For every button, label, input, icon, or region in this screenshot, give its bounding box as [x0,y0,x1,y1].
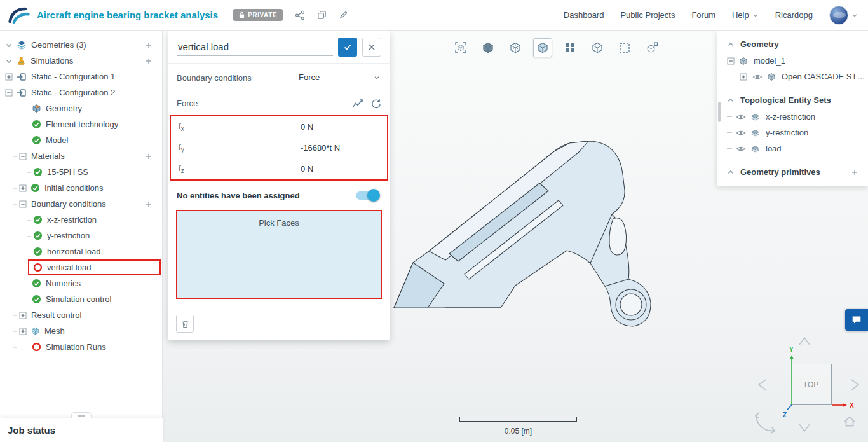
assignment-toggle[interactable] [356,191,377,200]
add-button[interactable] [143,151,154,162]
duplicate-button[interactable] [313,7,330,24]
tree-item-simulations[interactable]: Simulations [0,53,162,69]
app-logo[interactable]: Aircraft engine bearing bracket analysis [0,6,218,24]
pick-faces-dropzone[interactable]: Pick Faces [176,210,382,299]
tree-item-numerics[interactable]: Numerics [0,275,162,291]
eye-icon[interactable] [752,72,763,82]
eye-icon[interactable] [736,128,746,138]
tree-item-static-configuration-2[interactable]: Static - Configuration 2 [0,85,162,100]
force-value-input[interactable]: 0 N [301,164,313,174]
expander-plus-icon[interactable] [19,312,27,319]
close-button[interactable] [362,38,381,57]
chevron-up-icon[interactable] [727,97,735,104]
view-cube[interactable]: TOP [790,364,832,405]
tree-item-mesh[interactable]: Mesh [0,323,162,339]
rotate-down-button[interactable] [796,420,813,434]
eye-icon[interactable] [736,144,746,154]
boundary-condition-type-select[interactable]: Force [297,70,381,85]
shaded-view-button[interactable] [478,38,498,57]
perspective-view-button[interactable] [588,38,607,57]
rotate-right-button[interactable] [848,376,862,393]
section-header-geometry-primitives[interactable]: Geometry primitives [717,163,868,181]
tree-item-simulation-runs[interactable]: Simulation Runs [0,339,162,355]
nav-forum[interactable]: Forum [691,10,715,20]
job-status-tab-handle[interactable] [71,412,92,418]
chevron-down-icon[interactable] [5,41,13,49]
tree-item-model-1[interactable]: model_1 [717,53,868,69]
confirm-button[interactable] [338,38,357,57]
tree-item-15-5ph-ss[interactable]: 15-5PH SS [0,164,162,180]
expander-plus-icon[interactable] [740,73,747,81]
eye-icon[interactable] [736,112,746,122]
tree-item-load[interactable]: load [717,141,868,156]
model-bracket[interactable] [388,129,668,339]
tree-item-x-z-restriction[interactable]: x-z-restriction [717,109,868,125]
add-button[interactable] [143,39,154,51]
nav-public-projects[interactable]: Public Projects [620,10,675,20]
tree-item-label: vertical load [47,263,91,272]
tree-item-geometry[interactable]: Geometry [0,100,162,116]
tree-item-horizontal-load[interactable]: horizontal load [0,244,162,259]
nav-dashboard[interactable]: Dashboard [564,10,604,20]
tree-item-boundary-conditions[interactable]: Boundary conditions [0,196,162,212]
plot-formula-button[interactable] [352,99,363,108]
explode-view-button[interactable] [642,38,661,57]
reset-button[interactable] [371,99,381,109]
tree-item-simulation-control[interactable]: Simulation control [0,291,162,307]
section-header-geometry[interactable]: Geometry [717,36,868,53]
tree-item-materials[interactable]: Materials [0,148,162,164]
check-icon [343,43,352,52]
job-status-bar[interactable]: Job status [0,418,163,442]
expander-plus-icon[interactable] [5,73,13,81]
expander-minus-icon[interactable] [19,200,27,208]
add-button[interactable] [143,55,154,67]
rotate-left-button[interactable] [756,376,770,393]
tree-item-label: x-z-restriction [47,215,97,224]
tree-item-x-z-restriction[interactable]: x-z-restriction [0,212,162,228]
tree-item-geometries-3[interactable]: Geometries (3) [0,37,162,53]
tree-item-static-configuration-1[interactable]: Static - Configuration 1 [0,69,162,85]
force-value-input[interactable]: 0 N [301,122,313,132]
nav-help[interactable]: Help [732,10,759,20]
tree-item-y-restriction[interactable]: y-restriction [717,125,868,141]
expander-plus-icon[interactable] [19,184,27,192]
split-view-button[interactable] [560,38,580,57]
chevron-down-icon[interactable] [5,57,13,65]
tree-guide [13,244,13,259]
tree-item-model[interactable]: Model [0,132,162,148]
user-menu[interactable] [829,6,858,25]
tree-item-result-control[interactable]: Result control [0,307,162,323]
tree-item-initial-conditions[interactable]: Initial conditions [0,180,162,196]
box-select-button[interactable] [615,38,634,57]
section-header-topological-entity-sets[interactable]: Topological Entity Sets [717,92,868,109]
add-button[interactable] [849,167,860,178]
tree-item-open-cascade-ste[interactable]: Open CASCADE STE... [717,69,868,85]
tree-item-y-restriction[interactable]: y-restriction [0,228,162,244]
chat-button[interactable] [845,309,868,331]
hidden-line-view-button[interactable] [506,38,525,57]
expander-minus-icon[interactable] [19,153,27,160]
chevron-up-icon[interactable] [727,41,735,48]
shaded-edges-view-button[interactable] [533,38,552,57]
name-input[interactable] [177,38,333,56]
rotate-up-button[interactable] [796,335,813,349]
tree-item-label: Static - Configuration 2 [31,88,115,97]
edit-button[interactable] [335,7,351,24]
tree-item-vertical-load[interactable]: vertical load [0,259,162,275]
force-value-input[interactable]: -16680*t N [301,143,340,153]
username[interactable]: Ricardopg [775,10,813,20]
add-button[interactable] [143,198,154,210]
expander-minus-icon[interactable] [5,89,13,97]
fit-view-button[interactable] [451,38,470,57]
delete-button[interactable] [176,315,194,333]
chevron-up-icon[interactable] [727,169,735,176]
expander-minus-icon[interactable] [727,57,735,65]
tree-item-element-technology[interactable]: Element technology [0,116,162,132]
share-button[interactable] [292,7,308,24]
rotate-view-button[interactable] [750,407,780,439]
tree-guide [27,268,31,268]
home-view-button[interactable] [843,415,857,431]
faces-icon [750,144,760,153]
scrollbar[interactable] [718,102,721,122]
expander-plus-icon[interactable] [19,328,27,335]
